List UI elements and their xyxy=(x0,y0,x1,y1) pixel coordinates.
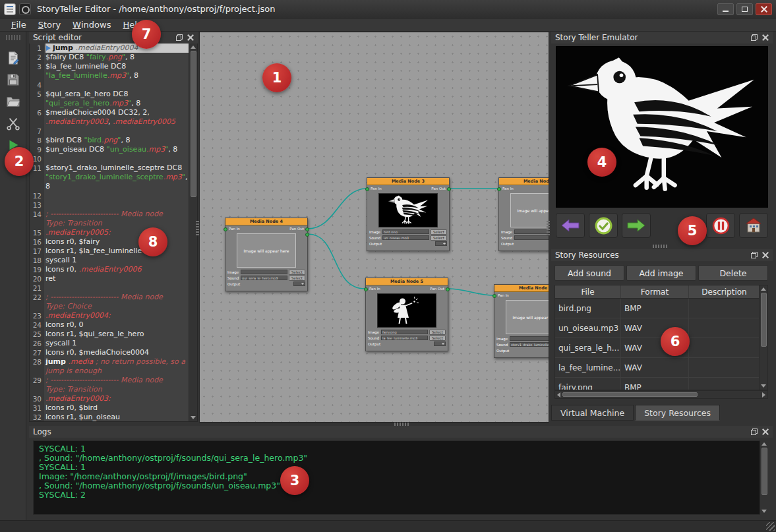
code-line[interactable]: lcons r0, $mediaChoice0004 xyxy=(45,348,189,357)
code-line[interactable]: $qui_sera_le_hero DC8 xyxy=(45,90,189,99)
menu-story[interactable]: Story xyxy=(32,18,67,32)
port-pan-in[interactable] xyxy=(497,187,501,191)
resource-row[interactable]: la_fee_lumine...WAV xyxy=(555,358,767,378)
float-dock-icon[interactable] xyxy=(176,34,183,41)
port-pan-in[interactable] xyxy=(365,187,369,191)
script-editor[interactable]: 1234567891011121314151617181920212223242… xyxy=(30,44,197,421)
code-line[interactable]: lcons r1, $qui_sera_le_hero xyxy=(45,330,189,339)
scroll-thumb[interactable] xyxy=(562,392,698,397)
code-line[interactable]: $story1_drako_luminelle_sceptre DC8 xyxy=(45,163,189,173)
code-line[interactable]: ; -------------------------- Media node xyxy=(45,293,189,302)
code-line[interactable]: ret xyxy=(45,274,189,283)
port-pan-in[interactable] xyxy=(492,294,496,298)
float-dock-icon[interactable] xyxy=(751,429,758,435)
script-editor-titlebar[interactable]: Script editor xyxy=(29,32,198,44)
float-dock-icon[interactable] xyxy=(751,34,758,41)
next-button[interactable] xyxy=(622,213,651,238)
port-pan-in[interactable] xyxy=(224,227,227,231)
node-title[interactable]: Media Node 6 xyxy=(494,285,549,292)
code-line[interactable]: lcons r1, $un_oiseau xyxy=(45,413,189,421)
code-line[interactable]: jump .media ; no return possible, so a xyxy=(45,357,189,367)
code-line[interactable]: 8 xyxy=(45,182,189,191)
select-sound-button[interactable]: Select xyxy=(431,235,447,241)
resource-row[interactable]: bird.pngBMP xyxy=(555,299,767,318)
scroll-left-icon[interactable] xyxy=(557,392,560,398)
table-scrollbar[interactable] xyxy=(759,285,767,390)
node-title[interactable]: Media Node 4 xyxy=(225,218,307,225)
select-sound-button[interactable]: Select xyxy=(429,336,446,341)
splitter-handle[interactable] xyxy=(653,245,669,248)
resources-titlebar[interactable]: Story Resources xyxy=(551,249,773,261)
logs-scrollbar[interactable] xyxy=(760,440,768,515)
code-line[interactable]: $la_fee_luminelle DC8 xyxy=(45,62,189,71)
media-node[interactable]: Media Node 6 Pan In Pan Out Image will a… xyxy=(494,284,549,358)
code-line[interactable]: Type: Choice xyxy=(45,302,189,311)
port-pan-out-1[interactable] xyxy=(305,227,309,231)
close-button[interactable] xyxy=(756,3,772,15)
scroll-thumb[interactable] xyxy=(761,448,767,495)
code-line[interactable]: syscall 1 xyxy=(45,256,189,265)
close-dock-icon[interactable] xyxy=(762,34,769,41)
select-image-button[interactable]: Select xyxy=(429,330,446,335)
tab-story-resources[interactable]: Story Resources xyxy=(635,405,720,421)
code-line[interactable] xyxy=(45,127,189,136)
scroll-down-icon[interactable] xyxy=(761,510,767,513)
menu-windows[interactable]: Windows xyxy=(67,18,117,32)
title-bar[interactable]: StoryTeller Editor - /home/anthony/ostpr… xyxy=(0,0,776,18)
code-line[interactable]: lcons r0, $bird xyxy=(45,403,189,413)
code-line[interactable]: lcons r0, 0 xyxy=(45,320,189,330)
splitter-handle[interactable] xyxy=(196,220,199,235)
code-line[interactable]: lcons r1, $la_fee_luminelle xyxy=(45,247,189,256)
save-button[interactable] xyxy=(3,70,23,90)
close-dock-icon[interactable] xyxy=(762,429,769,435)
logs-titlebar[interactable]: Logs xyxy=(29,426,773,438)
scroll-thumb[interactable] xyxy=(191,51,196,197)
tab-virtual-machine[interactable]: Virtual Machine xyxy=(551,405,634,421)
code-line[interactable]: "la_fee_luminelle.mp3", 8 xyxy=(45,71,189,80)
cut-button[interactable] xyxy=(3,113,23,133)
scroll-up-icon[interactable] xyxy=(761,287,766,291)
home-button[interactable] xyxy=(739,213,768,238)
output-stepper[interactable] xyxy=(435,241,447,246)
code-line[interactable] xyxy=(45,283,189,293)
add-sound-button[interactable]: Add sound xyxy=(554,265,624,281)
close-dock-icon[interactable] xyxy=(762,252,769,258)
code-line[interactable]: $bird DC8 "bird.png", 8 xyxy=(45,136,189,145)
code-line[interactable]: $mediaChoice0004 DC32, 2, xyxy=(45,108,189,117)
code-line[interactable]: jump .mediaEntry0004 xyxy=(45,44,189,53)
story-node-canvas[interactable]: Media Node 4 Pan In Pan Out Image will a… xyxy=(199,32,549,423)
media-node[interactable]: Media Node 5 Pan In Pan Out Imagefairy.p… xyxy=(365,278,448,351)
port-pan-out[interactable] xyxy=(446,287,450,291)
node-title[interactable]: Media Node 2 xyxy=(499,178,549,185)
code-line[interactable]: lcons r0, .mediaEntry0006 xyxy=(45,265,189,274)
code-line[interactable]: "story1_drako_luminelle_sceptre.mp3", xyxy=(45,173,189,182)
code-line[interactable] xyxy=(45,80,189,90)
column-header-description[interactable]: Description xyxy=(689,285,760,298)
port-pan-out-2[interactable] xyxy=(305,233,309,237)
code-line[interactable]: syscall 1 xyxy=(45,339,189,348)
output-stepper[interactable] xyxy=(293,281,305,286)
select-image-button[interactable]: Select xyxy=(431,229,447,235)
menu-file[interactable]: File xyxy=(5,18,32,32)
new-script-button[interactable] xyxy=(3,48,23,68)
emulator-titlebar[interactable]: Story Teller Emulator xyxy=(551,32,773,44)
code-line[interactable]: .mediaEntry0005: xyxy=(45,228,189,237)
node-title[interactable]: Media Node 3 xyxy=(367,178,449,185)
code-line[interactable] xyxy=(45,154,189,163)
resource-row[interactable]: fairy.pngBMP xyxy=(555,378,767,390)
pause-button[interactable] xyxy=(706,213,735,238)
toolbar-grip[interactable] xyxy=(6,35,20,40)
code-line[interactable]: ; -------------------------- Media node xyxy=(45,376,189,385)
scroll-down-icon[interactable] xyxy=(761,384,766,388)
select-sound-button[interactable]: Select xyxy=(289,276,305,281)
media-node[interactable]: Media Node 3 Pan In Pan Out Imagebird.pn… xyxy=(367,177,450,251)
code-line[interactable]: jump is enough xyxy=(45,367,189,376)
float-dock-icon[interactable] xyxy=(751,252,758,258)
code-line[interactable]: .mediaEntry0003, .mediaEntry0005 xyxy=(45,117,189,127)
code-line[interactable]: .mediaEntry0003: xyxy=(45,394,189,403)
close-dock-icon[interactable] xyxy=(187,34,194,41)
table-hscrollbar[interactable] xyxy=(554,390,768,399)
add-image-button[interactable]: Add image xyxy=(626,265,696,281)
output-stepper[interactable] xyxy=(434,341,446,346)
minimize-button[interactable] xyxy=(717,3,734,15)
